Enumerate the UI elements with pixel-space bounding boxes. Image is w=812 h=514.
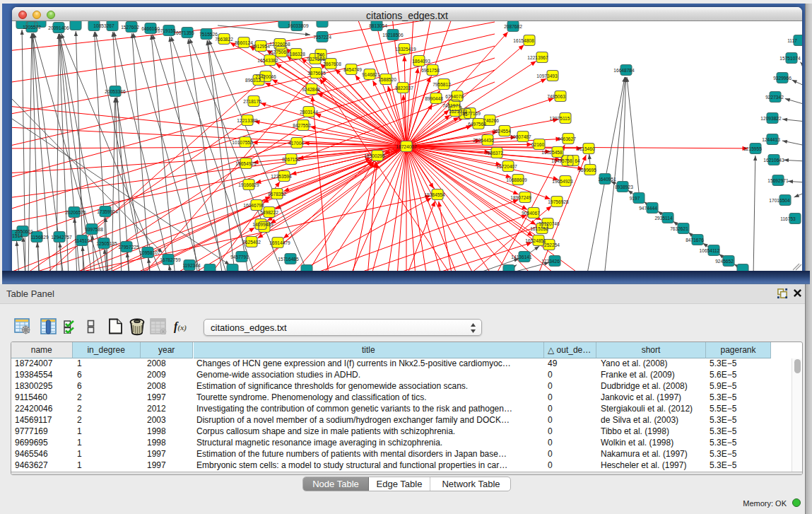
svg-text:64: 64 (575, 158, 580, 163)
svg-text:1588520: 1588520 (378, 77, 396, 82)
svg-text:12975115: 12975115 (550, 116, 570, 121)
svg-text:9327508: 9327508 (307, 57, 325, 62)
svg-text:20364436: 20364436 (473, 138, 494, 143)
svg-text:16543382: 16543382 (257, 58, 278, 63)
svg-text:8938923: 8938923 (615, 185, 633, 189)
svg-text:9777169: 9777169 (462, 111, 481, 116)
svg-text:1640951: 1640951 (598, 177, 616, 182)
svg-text:13325419: 13325419 (395, 47, 416, 52)
svg-text:12942757: 12942757 (51, 235, 72, 240)
svg-text:9463627: 9463627 (558, 136, 576, 141)
svg-text:9699695: 9699695 (578, 168, 596, 173)
svg-text:16033809: 16033809 (288, 23, 309, 28)
svg-text:8813054: 8813054 (369, 23, 387, 28)
svg-text:8454749: 8454749 (343, 67, 362, 72)
svg-text:19756928: 19756928 (548, 199, 569, 204)
svg-text:15720407: 15720407 (496, 164, 517, 169)
svg-text:9397588: 9397588 (85, 227, 103, 232)
svg-text:8427552: 8427552 (293, 123, 311, 128)
svg-text:9227342: 9227342 (765, 95, 784, 100)
svg-text:8912954: 8912954 (252, 44, 270, 49)
svg-text:1527602: 1527602 (121, 25, 139, 30)
svg-text:9457791: 9457791 (230, 255, 249, 259)
svg-text:9115460: 9115460 (577, 146, 595, 151)
svg-text:16648784: 16648784 (613, 68, 635, 73)
svg-text:15716485: 15716485 (278, 257, 299, 262)
svg-text:16524851: 16524851 (525, 238, 546, 243)
svg-text:12213389: 12213389 (237, 118, 258, 123)
svg-text:7485063: 7485063 (547, 94, 565, 99)
svg-text:12213967: 12213967 (527, 55, 548, 60)
svg-text:16210643: 16210643 (763, 158, 784, 163)
svg-text:9146821: 9146821 (362, 72, 380, 77)
svg-text:9084067: 9084067 (522, 211, 540, 216)
svg-text:1117: 1117 (787, 38, 797, 43)
svg-text:896312: 896312 (245, 78, 261, 83)
svg-text:19654925: 19654925 (235, 161, 257, 166)
svg-text:9327506: 9327506 (268, 49, 286, 54)
svg-text:8678352: 8678352 (268, 192, 286, 197)
svg-text:3624554: 3624554 (493, 129, 511, 134)
svg-text:3875685: 3875685 (307, 71, 326, 76)
svg-text:9329966: 9329966 (773, 76, 792, 81)
svg-text:8471676: 8471676 (686, 238, 704, 243)
svg-text:7955812: 7955812 (433, 82, 451, 87)
svg-text:16154808: 16154808 (513, 38, 534, 43)
svg-text:16671355: 16671355 (173, 30, 194, 35)
svg-text:1192344: 1192344 (182, 263, 201, 268)
svg-text:19166829: 19166829 (238, 182, 259, 187)
svg-text:1145194: 1145194 (74, 238, 93, 243)
svg-text:2087682: 2087682 (504, 24, 522, 29)
svg-text:10025458: 10025458 (541, 150, 563, 155)
svg-text:9197: 9197 (630, 196, 640, 201)
svg-text:19654923: 19654923 (552, 179, 573, 184)
svg-text:6794078: 6794078 (445, 94, 464, 99)
svg-text:10958107: 10958107 (139, 250, 160, 255)
svg-text:8990448: 8990448 (425, 96, 443, 101)
svg-text:8215955: 8215955 (743, 146, 762, 151)
svg-text:17359924: 17359924 (97, 209, 118, 214)
svg-text:7357224: 7357224 (313, 35, 331, 40)
svg-text:16046798: 16046798 (243, 203, 264, 208)
svg-text:15751074: 15751074 (779, 56, 801, 61)
svg-text:417004: 417004 (288, 141, 304, 146)
svg-text:10807487: 10807487 (510, 134, 531, 139)
svg-text:10688609: 10688609 (506, 177, 527, 182)
svg-text:7625402: 7625402 (242, 240, 261, 245)
svg-text:14099489: 14099489 (252, 222, 273, 227)
svg-text:5822037: 5822037 (395, 86, 413, 90)
svg-text:20091406: 20091406 (48, 25, 69, 30)
svg-text:12505135: 12505135 (96, 241, 117, 246)
svg-text:18907249: 18907249 (510, 195, 531, 200)
svg-text:1615152: 1615152 (530, 226, 548, 231)
svg-text:19218506: 19218506 (382, 33, 404, 37)
svg-text:12353594: 12353594 (271, 174, 292, 179)
svg-text:1864093: 1864093 (412, 59, 430, 64)
svg-text:16495758: 16495758 (551, 158, 572, 163)
svg-text:20053346: 20053346 (105, 89, 126, 94)
svg-text:391514: 391514 (12, 233, 23, 238)
svg-text:15692971: 15692971 (767, 178, 789, 183)
svg-text:10120746: 10120746 (539, 221, 560, 226)
svg-text:9474444: 9474444 (639, 206, 657, 211)
svg-text:2718176: 2718176 (243, 99, 261, 104)
svg-text:10107552: 10107552 (232, 140, 253, 145)
svg-text:9245652: 9245652 (715, 259, 734, 264)
svg-text:10973493: 10973493 (536, 74, 558, 78)
svg-text:12226058: 12226058 (269, 42, 290, 47)
svg-text:1156829: 1156829 (30, 235, 49, 240)
svg-text:2803144: 2803144 (300, 110, 318, 115)
svg-text:14136141: 14136141 (511, 255, 532, 259)
svg-text:7663822: 7663822 (215, 37, 233, 42)
svg-text:16782759: 16782759 (160, 257, 181, 262)
svg-text:1733426: 1733426 (541, 259, 560, 264)
svg-text:1244413: 1244413 (762, 137, 780, 142)
svg-text:10654112: 10654112 (700, 248, 720, 253)
svg-text:6497568: 6497568 (468, 122, 486, 127)
svg-text:17016504: 17016504 (769, 198, 790, 203)
svg-text:20206576: 20206576 (65, 210, 86, 215)
svg-text:17957225: 17957225 (118, 245, 139, 250)
svg-text:8186328: 8186328 (287, 52, 305, 57)
svg-text:8660124: 8660124 (235, 40, 253, 45)
svg-text:8267150: 8267150 (282, 157, 300, 162)
